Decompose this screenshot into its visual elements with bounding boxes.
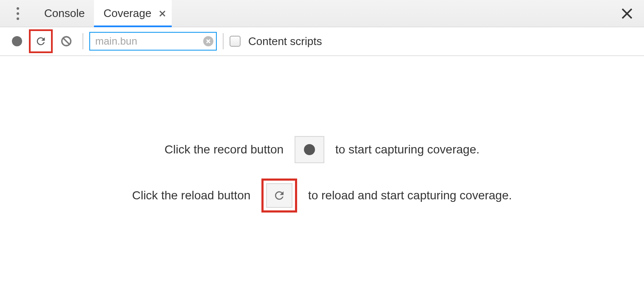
panel-close-icon[interactable]	[620, 7, 634, 20]
ban-icon	[60, 35, 72, 47]
highlight-annotation	[29, 29, 53, 53]
content-scripts-label: Content scripts	[248, 35, 322, 48]
coverage-empty-state: Click the record button to start capturi…	[0, 56, 644, 292]
reload-button-example[interactable]	[266, 183, 292, 208]
help-row-reload: Click the reload button to reload and st…	[132, 179, 512, 213]
toolbar-divider	[82, 33, 83, 49]
tab-label: Console	[44, 7, 85, 20]
tab-label: Coverage	[103, 7, 151, 20]
close-icon[interactable]	[157, 9, 167, 19]
coverage-toolbar: Content scripts	[0, 27, 644, 56]
record-button[interactable]	[7, 31, 27, 51]
help-text: to reload and start capturing coverage.	[305, 189, 512, 202]
help-text: Click the record button	[165, 143, 287, 156]
reload-icon	[273, 189, 286, 202]
content-scripts-checkbox[interactable]	[230, 36, 241, 47]
help-row-record: Click the record button to start capturi…	[165, 136, 479, 163]
tab-console[interactable]: Console	[35, 0, 94, 27]
content-scripts-option: Content scripts	[230, 35, 322, 48]
tab-coverage[interactable]: Coverage	[94, 0, 172, 27]
reload-icon	[35, 35, 47, 47]
clear-filter-icon[interactable]	[203, 36, 213, 46]
filter-container	[89, 32, 217, 51]
record-icon	[12, 36, 22, 46]
kebab-menu-icon[interactable]	[12, 5, 24, 22]
svg-line-5	[63, 38, 69, 44]
record-button-example[interactable]	[295, 136, 324, 163]
toolbar-divider	[223, 33, 224, 49]
url-filter-input[interactable]	[95, 35, 203, 47]
clear-button[interactable]	[56, 31, 77, 51]
reload-button[interactable]	[32, 33, 49, 50]
highlight-annotation	[261, 179, 297, 213]
help-text: to start capturing coverage.	[332, 143, 479, 156]
tab-bar: Console Coverage	[0, 0, 644, 27]
record-icon	[304, 144, 315, 155]
help-text: Click the reload button	[132, 189, 254, 202]
